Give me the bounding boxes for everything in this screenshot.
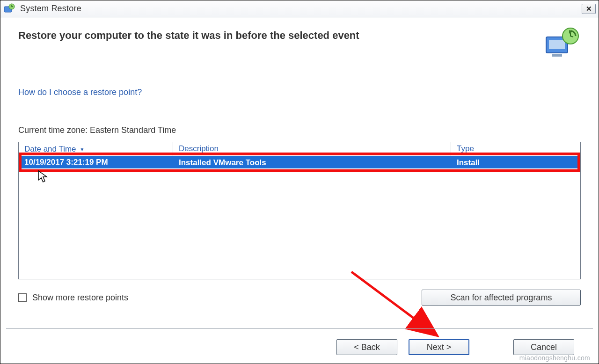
- scan-affected-programs-button[interactable]: Scan for affected programs: [422, 290, 581, 306]
- table-row[interactable]: 10/19/2017 3:21:19 PM Installed VMware T…: [19, 156, 580, 168]
- restore-graphic-icon: [544, 27, 581, 59]
- page-heading: Restore your computer to the state it wa…: [18, 27, 359, 42]
- window: System Restore ✕ Restore your computer t…: [0, 0, 599, 364]
- close-icon: ✕: [586, 5, 592, 13]
- footer-buttons: < Back Next > Cancel: [336, 339, 574, 355]
- column-header-description[interactable]: Description: [173, 142, 451, 156]
- timezone-label: Current time zone: Eastern Standard Time: [18, 125, 581, 135]
- window-title: System Restore: [20, 4, 582, 14]
- watermark-text: miaodongshenghu.com: [519, 354, 590, 362]
- svg-rect-4: [552, 54, 562, 57]
- titlebar: System Restore ✕: [0, 0, 599, 17]
- column-header-type[interactable]: Type: [451, 142, 580, 156]
- checkbox-icon: [18, 293, 27, 302]
- back-button[interactable]: < Back: [336, 339, 397, 355]
- restore-points-table: Date and Time ▼ Description Type 10/19/2…: [18, 142, 581, 279]
- show-more-label: Show more restore points: [32, 293, 128, 303]
- sort-indicator-icon: ▼: [80, 147, 85, 152]
- show-more-checkbox[interactable]: Show more restore points: [18, 293, 128, 303]
- content-area: Restore your computer to the state it wa…: [0, 17, 599, 306]
- footer-divider: [6, 328, 593, 329]
- system-restore-icon: [3, 3, 15, 15]
- cell-date: 10/19/2017 3:21:19 PM: [19, 156, 173, 168]
- column-header-date[interactable]: Date and Time ▼: [19, 142, 173, 156]
- table-actions-row: Show more restore points Scan for affect…: [18, 290, 581, 306]
- cell-type: Install: [451, 156, 580, 168]
- svg-rect-3: [549, 40, 565, 49]
- cell-description: Installed VMware Tools: [173, 156, 451, 168]
- table-header: Date and Time ▼ Description Type: [19, 142, 580, 156]
- column-header-date-label: Date and Time: [24, 145, 76, 154]
- close-button[interactable]: ✕: [582, 4, 596, 14]
- next-button[interactable]: Next >: [409, 339, 469, 355]
- cancel-button[interactable]: Cancel: [513, 339, 574, 355]
- help-link[interactable]: How do I choose a restore point?: [18, 87, 142, 98]
